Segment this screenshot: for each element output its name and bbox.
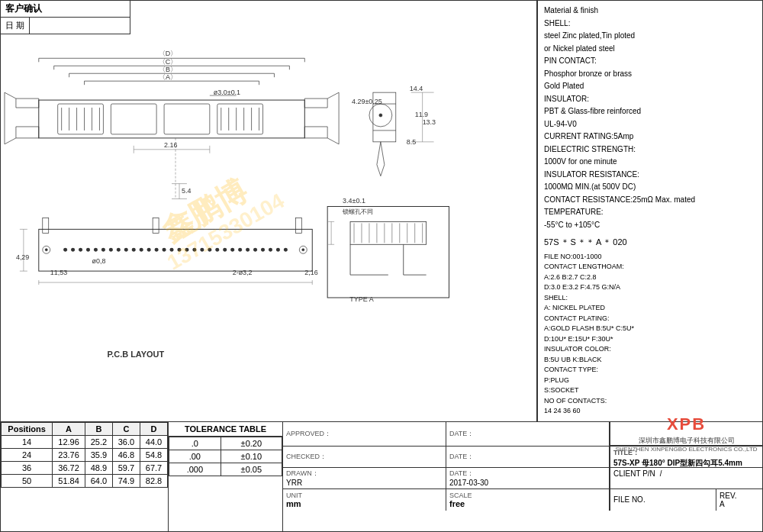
- shell-pn-value: A: NICKEL PLATED: [544, 303, 756, 314]
- svg-text:13.3: 13.3: [423, 118, 436, 126]
- contact-plating-b: D:10U* E:15U* F:30U*: [544, 334, 756, 345]
- col-a: A: [53, 422, 85, 435]
- contact-type-label: CONTACT TYPE:: [544, 365, 756, 376]
- pn-57s: 57S: [544, 237, 559, 249]
- svg-point-66: [155, 248, 159, 252]
- svg-point-61: [117, 248, 121, 252]
- svg-text:2,16: 2,16: [304, 269, 317, 276]
- svg-point-57: [86, 248, 90, 252]
- pn-star1: ＊: [561, 237, 569, 249]
- unit-value: mm: [286, 499, 443, 508]
- svg-point-69: [178, 248, 182, 252]
- svg-text:P.C.B LAYOUT: P.C.B LAYOUT: [107, 350, 164, 359]
- insulator-res-label: INSULATOR RESISTANCE:: [544, 169, 756, 181]
- rev-value: A: [720, 500, 759, 508]
- svg-point-74: [215, 248, 219, 252]
- part-number-row: 57S ＊ S ＊＊ A ＊ 020: [544, 237, 756, 249]
- svg-line-33: [327, 138, 339, 144]
- svg-text:3.4±0.1: 3.4±0.1: [343, 197, 365, 205]
- dielectric-label: DIELECTRIC STRENGTH:: [544, 144, 756, 156]
- svg-point-70: [185, 248, 188, 252]
- pn-star2: ＊＊: [578, 237, 594, 249]
- svg-rect-53: [295, 218, 301, 233]
- tolerance-table-wrap: TOLERANCE TABLE .0±0.20.00±0.10.000±0.05: [169, 422, 283, 531]
- svg-point-85: [45, 249, 47, 251]
- svg-point-73: [208, 248, 211, 252]
- unit-label: UNIT: [286, 492, 443, 499]
- svg-point-56: [79, 248, 82, 252]
- insulator-value: PBT & Glass-fibre reinforced: [544, 106, 756, 118]
- date-label2: DATE：: [449, 452, 606, 462]
- svg-point-60: [109, 248, 113, 252]
- svg-point-79: [253, 248, 257, 252]
- pin-contact-label: PIN CONTACT:: [544, 56, 756, 67]
- svg-rect-13: [58, 104, 104, 134]
- technical-drawing: 〈D〉 〈C〉 〈B〉 〈A〉 ø3.0±0.1 4.29±0.25 14.4 …: [1, 1, 536, 421]
- checked-row: CHECKED： DATE： TITLE： 57S-XP 母180° DIP型新…: [283, 447, 762, 468]
- table-row: 2423.7635.946.854.8: [2, 448, 168, 461]
- file-rev-cell: FILE NO. REV. A: [610, 489, 762, 511]
- table-row: .000±0.05: [169, 463, 282, 476]
- title-block: APPROVED： DATE： XPB 深圳市鑫鹏博电子科技有限公司 SHENZ…: [283, 422, 762, 531]
- tolerance-table-title: TOLERANCE TABLE: [169, 422, 282, 437]
- file-no-cell: FILE NO.: [610, 489, 716, 511]
- svg-text:4,29: 4,29: [16, 253, 29, 261]
- contact-plating-label: CONTACT PLATING:: [544, 314, 756, 324]
- svg-point-72: [200, 248, 204, 252]
- svg-point-87: [302, 249, 304, 251]
- company-name-cn: 深圳市鑫鹏博电子科技有限公司: [639, 436, 735, 446]
- pn-a: A: [596, 237, 601, 249]
- checked-cell: CHECKED：: [283, 447, 446, 467]
- svg-text:2.16: 2.16: [164, 141, 177, 149]
- svg-point-54: [63, 248, 67, 252]
- svg-text:5.4: 5.4: [182, 187, 191, 195]
- svg-line-30: [5, 138, 16, 144]
- contact-type-s: S:SOCKET: [544, 385, 756, 396]
- approval-row: APPROVED： DATE： XPB 深圳市鑫鹏博电子科技有限公司 SHENZ…: [283, 422, 762, 447]
- dielectric-value: 1000V for one minute: [544, 156, 756, 168]
- svg-rect-51: [43, 218, 49, 233]
- svg-point-71: [192, 248, 196, 252]
- svg-point-75: [223, 248, 227, 252]
- col-positions: Positions: [2, 422, 53, 435]
- info-panel: Material & finish SHELL: steel Zinc plat…: [537, 1, 762, 421]
- svg-point-65: [147, 248, 151, 252]
- no-contacts-label: NO OF CONTACTS:: [544, 396, 756, 407]
- col-c: C: [112, 422, 140, 435]
- client-pn-label: CLIENT P/N: [613, 469, 655, 487]
- svg-text:TYPE A: TYPE A: [349, 295, 373, 303]
- svg-rect-94: [327, 206, 449, 297]
- svg-point-78: [246, 248, 250, 252]
- svg-point-58: [94, 248, 98, 252]
- top-section: 客户确认 日 期 鑫鹏博 13715330104: [1, 1, 762, 421]
- svg-line-32: [327, 92, 339, 98]
- svg-text:〈D〉: 〈D〉: [159, 50, 177, 57]
- client-pn-value: /: [660, 469, 662, 487]
- table-row: 5051.8464.074.982.8: [2, 474, 168, 487]
- scale-label: SCALE: [449, 492, 606, 499]
- svg-point-64: [140, 248, 143, 252]
- temperature-label: TEMPERATURE:: [544, 207, 756, 218]
- svg-text:〈C〉: 〈C〉: [159, 58, 177, 66]
- title-cell: TITLE： 57S-XP 母180° DIP型新四勾耳5.4mm: [610, 447, 762, 467]
- svg-text:〈B〉: 〈B〉: [159, 66, 177, 73]
- main-container: 客户确认 日 期 鑫鹏博 13715330104: [0, 0, 763, 532]
- drawn-date-label: DATE：: [449, 469, 606, 479]
- svg-rect-14: [111, 104, 156, 134]
- company-block: XPB 深圳市鑫鹏博电子科技有限公司 SHENZHEN XINPENGBO EL…: [610, 422, 762, 446]
- bottom-info-row: UNIT mm SCALE free FILE NO. REV. A: [283, 489, 762, 511]
- drawn-row: DRAWN： YRR DATE： 2017-03-30 CLIENT P/N /: [283, 468, 762, 489]
- rev-cell: REV. A: [716, 489, 762, 511]
- svg-point-82: [276, 248, 280, 252]
- contact-lengths2: D:3.0 E:3.2 F:4.75 G:N/A: [544, 282, 756, 293]
- checked-label: CHECKED：: [286, 452, 443, 462]
- drawing-area: 客户确认 日 期 鑫鹏博 13715330104: [1, 1, 537, 421]
- shell-value2: or Nickel plated steel: [544, 44, 756, 55]
- unit-cell: UNIT mm: [283, 489, 446, 511]
- svg-rect-15: [164, 104, 210, 134]
- shell-label: SHELL:: [544, 18, 756, 30]
- svg-text:锁螺孔不同: 锁螺孔不同: [342, 208, 373, 215]
- svg-point-59: [101, 248, 105, 252]
- client-pn-cell: CLIENT P/N /: [610, 468, 762, 488]
- plated-value: Gold Plated: [544, 81, 756, 92]
